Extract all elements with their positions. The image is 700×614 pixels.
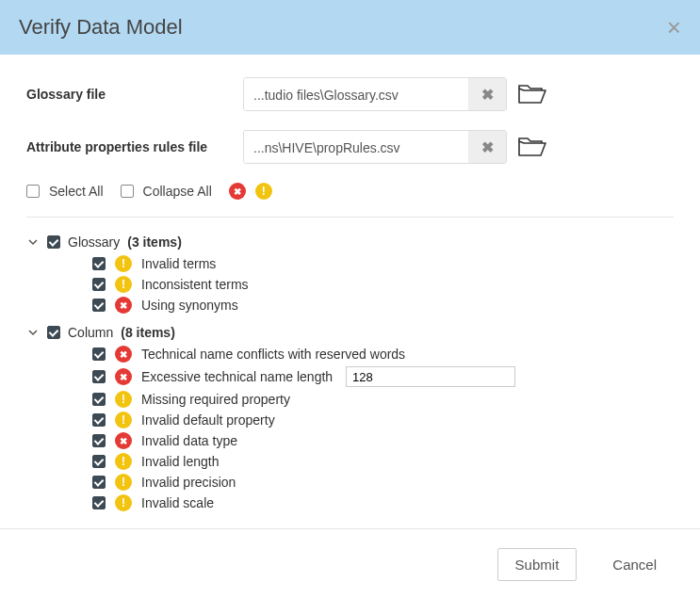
dialog-title: Verify Data Model xyxy=(19,15,183,40)
tree-item: Invalid data type xyxy=(92,430,674,451)
tree-item: Technical name conflicts with reserved w… xyxy=(92,344,674,364)
item-checkbox[interactable] xyxy=(92,476,106,489)
item-label: Invalid data type xyxy=(141,433,237,448)
item-label: Inconsistent terms xyxy=(141,277,249,292)
tree-group-header: Glossary(3 items) xyxy=(26,231,674,253)
warning-filter-icon[interactable] xyxy=(255,183,272,200)
warning-icon xyxy=(115,412,132,428)
item-label: Using synonyms xyxy=(141,298,238,313)
item-checkbox[interactable] xyxy=(92,413,106,427)
group-count: (8 items) xyxy=(121,325,175,340)
warning-icon xyxy=(115,474,132,491)
group-checkbox[interactable] xyxy=(47,326,60,339)
rules-file-clear-button[interactable]: ✖ xyxy=(468,131,506,163)
glossary-file-label: Glossary file xyxy=(26,87,243,102)
tree-group: Glossary(3 items)Invalid termsInconsiste… xyxy=(26,231,674,315)
item-checkbox[interactable] xyxy=(92,393,106,406)
select-all-label: Select All xyxy=(49,184,104,199)
warning-icon xyxy=(115,494,132,511)
glossary-file-row: Glossary file ...tudio files\Glossary.cs… xyxy=(26,77,674,111)
controls-row: Select All Collapse All xyxy=(26,183,674,200)
group-label: Glossary xyxy=(68,234,120,250)
glossary-file-input-wrap: ...tudio files\Glossary.csv ✖ xyxy=(243,77,507,111)
group-label: Column xyxy=(68,325,113,340)
item-label: Invalid default property xyxy=(141,412,275,428)
rules-browse-button[interactable] xyxy=(518,136,546,158)
validation-tree: Glossary(3 items)Invalid termsInconsiste… xyxy=(26,231,674,513)
chevron-down-icon[interactable] xyxy=(26,326,40,339)
close-icon: ✖ xyxy=(481,86,494,104)
item-label: Invalid terms xyxy=(141,256,216,271)
item-label: Excessive technical name length xyxy=(141,369,333,384)
item-checkbox[interactable] xyxy=(92,370,106,383)
group-checkbox[interactable] xyxy=(47,235,60,249)
cancel-button[interactable]: Cancel xyxy=(595,549,674,580)
select-all-checkbox[interactable] xyxy=(26,185,40,198)
tree-item: Inconsistent terms xyxy=(92,274,674,295)
tree-item: Invalid terms xyxy=(92,253,674,274)
dialog-body: Glossary file ...tudio files\Glossary.cs… xyxy=(0,55,700,528)
tree-children: Technical name conflicts with reserved w… xyxy=(26,344,674,513)
item-label: Invalid length xyxy=(141,454,220,469)
warning-icon xyxy=(115,391,132,408)
dialog-header: Verify Data Model × xyxy=(0,0,700,55)
divider xyxy=(26,217,674,218)
error-icon xyxy=(115,346,132,363)
tree-item: Using synonyms xyxy=(92,295,674,315)
glossary-browse-button[interactable] xyxy=(518,83,546,105)
tree-group: Column(8 items)Technical name conflicts … xyxy=(26,321,674,513)
collapse-all-checkbox[interactable] xyxy=(121,185,134,198)
error-icon xyxy=(115,297,132,314)
folder-icon xyxy=(518,83,546,105)
collapse-all-label: Collapse All xyxy=(143,184,212,199)
item-label: Invalid precision xyxy=(141,475,236,490)
tree-item: Invalid default property xyxy=(92,410,674,430)
item-checkbox[interactable] xyxy=(92,455,106,468)
item-label: Missing required property xyxy=(141,392,290,407)
rules-file-row: Attribute properties rules file ...ns\HI… xyxy=(26,130,674,164)
item-checkbox[interactable] xyxy=(92,257,106,270)
submit-button[interactable]: Submit xyxy=(497,548,578,581)
item-checkbox[interactable] xyxy=(92,278,106,291)
item-checkbox[interactable] xyxy=(92,434,106,447)
glossary-file-input[interactable]: ...tudio files\Glossary.csv xyxy=(244,78,468,110)
warning-icon xyxy=(115,276,132,293)
rules-file-input-wrap: ...ns\HIVE\propRules.csv ✖ xyxy=(243,130,507,164)
error-icon xyxy=(115,432,132,449)
tree-item: Invalid scale xyxy=(92,493,674,513)
warning-icon xyxy=(115,255,132,272)
close-icon[interactable]: × xyxy=(667,15,681,40)
folder-icon xyxy=(518,136,546,158)
item-value-input[interactable] xyxy=(346,366,515,387)
rules-file-label: Attribute properties rules file xyxy=(26,139,243,154)
warning-icon xyxy=(115,453,132,470)
glossary-file-clear-button[interactable]: ✖ xyxy=(468,78,506,110)
tree-item: Invalid length xyxy=(92,451,674,472)
error-icon xyxy=(115,368,132,385)
group-count: (3 items) xyxy=(127,234,182,250)
rules-file-input[interactable]: ...ns\HIVE\propRules.csv xyxy=(244,131,468,163)
item-checkbox[interactable] xyxy=(92,299,106,312)
tree-item: Missing required property xyxy=(92,389,674,410)
error-filter-icon[interactable] xyxy=(229,183,246,200)
item-label: Technical name conflicts with reserved w… xyxy=(141,347,405,362)
item-checkbox[interactable] xyxy=(92,347,106,361)
chevron-down-icon[interactable] xyxy=(26,235,40,249)
close-icon: ✖ xyxy=(481,138,494,156)
item-label: Invalid scale xyxy=(141,495,214,510)
item-checkbox[interactable] xyxy=(92,496,106,509)
dialog-footer: Submit Cancel xyxy=(0,528,700,600)
tree-group-header: Column(8 items) xyxy=(26,321,674,344)
tree-children: Invalid termsInconsistent termsUsing syn… xyxy=(26,253,674,315)
tree-item: Invalid precision xyxy=(92,472,674,493)
tree-item: Excessive technical name length xyxy=(92,364,674,389)
